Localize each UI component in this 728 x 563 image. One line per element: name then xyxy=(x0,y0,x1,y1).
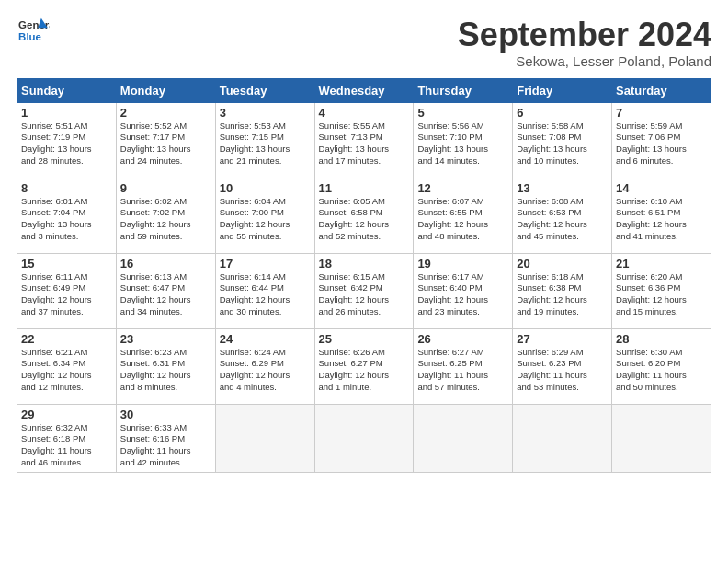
calendar-cell xyxy=(414,404,513,472)
day-number: 9 xyxy=(120,181,211,195)
day-info: Sunrise: 6:29 AM Sunset: 6:23 PM Dayligh… xyxy=(517,347,608,394)
day-info: Sunrise: 6:02 AM Sunset: 7:02 PM Dayligh… xyxy=(120,196,211,243)
calendar-cell: 27Sunrise: 6:29 AM Sunset: 6:23 PM Dayli… xyxy=(513,328,612,404)
calendar-cell: 28Sunrise: 6:30 AM Sunset: 6:20 PM Dayli… xyxy=(612,328,711,404)
day-info: Sunrise: 5:53 AM Sunset: 7:15 PM Dayligh… xyxy=(220,121,311,167)
calendar-cell xyxy=(215,404,314,472)
day-number: 23 xyxy=(120,332,211,346)
day-number: 6 xyxy=(517,106,608,120)
weekday-header: Sunday xyxy=(17,78,117,102)
day-info: Sunrise: 6:24 AM Sunset: 6:29 PM Dayligh… xyxy=(220,347,311,394)
calendar-cell: 12Sunrise: 6:07 AM Sunset: 6:55 PM Dayli… xyxy=(414,178,513,253)
weekday-header: Friday xyxy=(513,78,612,102)
weekday-header: Monday xyxy=(116,78,215,102)
calendar-cell: 9Sunrise: 6:02 AM Sunset: 7:02 PM Daylig… xyxy=(116,178,215,253)
weekday-header: Saturday xyxy=(612,78,711,102)
day-info: Sunrise: 5:56 AM Sunset: 7:10 PM Dayligh… xyxy=(417,121,508,167)
day-number: 20 xyxy=(517,257,608,270)
calendar-cell xyxy=(612,404,711,472)
month-title: September 2024 xyxy=(458,17,711,53)
day-info: Sunrise: 6:04 AM Sunset: 7:00 PM Dayligh… xyxy=(220,196,311,243)
day-info: Sunrise: 6:05 AM Sunset: 6:58 PM Dayligh… xyxy=(319,196,410,243)
day-number: 26 xyxy=(417,332,508,346)
day-info: Sunrise: 6:01 AM Sunset: 7:04 PM Dayligh… xyxy=(21,196,112,243)
day-number: 14 xyxy=(616,181,707,195)
calendar-cell: 19Sunrise: 6:17 AM Sunset: 6:40 PM Dayli… xyxy=(414,253,513,328)
calendar-cell: 25Sunrise: 6:26 AM Sunset: 6:27 PM Dayli… xyxy=(314,328,414,404)
calendar-week-row: 1Sunrise: 5:51 AM Sunset: 7:19 PM Daylig… xyxy=(17,102,711,178)
title-section: September 2024 Sekowa, Lesser Poland, Po… xyxy=(458,17,711,69)
day-info: Sunrise: 6:15 AM Sunset: 6:42 PM Dayligh… xyxy=(319,271,410,318)
day-info: Sunrise: 5:52 AM Sunset: 7:17 PM Dayligh… xyxy=(120,121,211,167)
day-number: 15 xyxy=(21,257,112,270)
day-info: Sunrise: 5:51 AM Sunset: 7:19 PM Dayligh… xyxy=(21,121,112,167)
calendar-cell: 23Sunrise: 6:23 AM Sunset: 6:31 PM Dayli… xyxy=(116,328,215,404)
calendar: SundayMondayTuesdayWednesdayThursdayFrid… xyxy=(17,78,711,473)
day-info: Sunrise: 6:14 AM Sunset: 6:44 PM Dayligh… xyxy=(220,271,311,318)
day-info: Sunrise: 6:26 AM Sunset: 6:27 PM Dayligh… xyxy=(319,347,410,394)
weekday-header: Tuesday xyxy=(215,78,314,102)
day-info: Sunrise: 6:30 AM Sunset: 6:20 PM Dayligh… xyxy=(616,347,707,394)
calendar-cell: 30Sunrise: 6:33 AM Sunset: 6:16 PM Dayli… xyxy=(116,404,215,472)
header: General Blue General Blue September 2024… xyxy=(17,17,711,69)
day-info: Sunrise: 6:23 AM Sunset: 6:31 PM Dayligh… xyxy=(120,347,211,394)
day-info: Sunrise: 6:08 AM Sunset: 6:53 PM Dayligh… xyxy=(517,196,608,243)
weekday-header: Wednesday xyxy=(314,78,414,102)
day-number: 25 xyxy=(319,332,410,346)
day-info: Sunrise: 6:07 AM Sunset: 6:55 PM Dayligh… xyxy=(417,196,508,243)
day-info: Sunrise: 6:10 AM Sunset: 6:51 PM Dayligh… xyxy=(616,196,707,243)
day-number: 30 xyxy=(120,408,211,421)
logo-icon: General Blue xyxy=(17,17,50,44)
calendar-cell: 6Sunrise: 5:58 AM Sunset: 7:08 PM Daylig… xyxy=(513,102,612,178)
calendar-cell: 20Sunrise: 6:18 AM Sunset: 6:38 PM Dayli… xyxy=(513,253,612,328)
day-number: 8 xyxy=(21,181,112,195)
day-number: 12 xyxy=(417,181,508,195)
calendar-cell: 15Sunrise: 6:11 AM Sunset: 6:49 PM Dayli… xyxy=(17,253,117,328)
calendar-cell: 22Sunrise: 6:21 AM Sunset: 6:34 PM Dayli… xyxy=(17,328,117,404)
calendar-cell: 8Sunrise: 6:01 AM Sunset: 7:04 PM Daylig… xyxy=(17,178,117,253)
calendar-cell: 7Sunrise: 5:59 AM Sunset: 7:06 PM Daylig… xyxy=(612,102,711,178)
day-info: Sunrise: 6:20 AM Sunset: 6:36 PM Dayligh… xyxy=(616,271,707,318)
calendar-cell: 11Sunrise: 6:05 AM Sunset: 6:58 PM Dayli… xyxy=(314,178,414,253)
weekday-header-row: SundayMondayTuesdayWednesdayThursdayFrid… xyxy=(17,78,711,102)
calendar-cell: 5Sunrise: 5:56 AM Sunset: 7:10 PM Daylig… xyxy=(414,102,513,178)
calendar-cell: 14Sunrise: 6:10 AM Sunset: 6:51 PM Dayli… xyxy=(612,178,711,253)
calendar-cell: 10Sunrise: 6:04 AM Sunset: 7:00 PM Dayli… xyxy=(215,178,314,253)
calendar-week-row: 8Sunrise: 6:01 AM Sunset: 7:04 PM Daylig… xyxy=(17,178,711,253)
day-number: 17 xyxy=(220,257,311,270)
day-number: 4 xyxy=(319,106,410,120)
location-title: Sekowa, Lesser Poland, Poland xyxy=(458,53,711,69)
day-number: 18 xyxy=(319,257,410,270)
day-info: Sunrise: 5:58 AM Sunset: 7:08 PM Dayligh… xyxy=(517,121,608,167)
day-number: 13 xyxy=(517,181,608,195)
day-info: Sunrise: 6:32 AM Sunset: 6:18 PM Dayligh… xyxy=(21,422,112,469)
day-number: 3 xyxy=(220,106,311,120)
calendar-cell: 2Sunrise: 5:52 AM Sunset: 7:17 PM Daylig… xyxy=(116,102,215,178)
calendar-cell: 29Sunrise: 6:32 AM Sunset: 6:18 PM Dayli… xyxy=(17,404,117,472)
day-number: 27 xyxy=(517,332,608,346)
calendar-week-row: 15Sunrise: 6:11 AM Sunset: 6:49 PM Dayli… xyxy=(17,253,711,328)
svg-text:Blue: Blue xyxy=(18,31,41,42)
calendar-cell: 4Sunrise: 5:55 AM Sunset: 7:13 PM Daylig… xyxy=(314,102,414,178)
calendar-week-row: 29Sunrise: 6:32 AM Sunset: 6:18 PM Dayli… xyxy=(17,404,711,472)
day-number: 2 xyxy=(120,106,211,120)
day-info: Sunrise: 6:27 AM Sunset: 6:25 PM Dayligh… xyxy=(417,347,508,394)
day-number: 7 xyxy=(616,106,707,120)
day-info: Sunrise: 5:55 AM Sunset: 7:13 PM Dayligh… xyxy=(319,121,410,167)
calendar-cell: 3Sunrise: 5:53 AM Sunset: 7:15 PM Daylig… xyxy=(215,102,314,178)
calendar-cell: 16Sunrise: 6:13 AM Sunset: 6:47 PM Dayli… xyxy=(116,253,215,328)
calendar-cell xyxy=(314,404,414,472)
day-number: 10 xyxy=(220,181,311,195)
day-number: 22 xyxy=(21,332,112,346)
calendar-cell xyxy=(513,404,612,472)
calendar-cell: 18Sunrise: 6:15 AM Sunset: 6:42 PM Dayli… xyxy=(314,253,414,328)
day-number: 29 xyxy=(21,408,112,421)
day-number: 21 xyxy=(616,257,707,270)
calendar-week-row: 22Sunrise: 6:21 AM Sunset: 6:34 PM Dayli… xyxy=(17,328,711,404)
day-info: Sunrise: 6:18 AM Sunset: 6:38 PM Dayligh… xyxy=(517,271,608,318)
weekday-header: Thursday xyxy=(414,78,513,102)
logo: General Blue General Blue xyxy=(17,17,50,44)
day-number: 5 xyxy=(417,106,508,120)
calendar-cell: 21Sunrise: 6:20 AM Sunset: 6:36 PM Dayli… xyxy=(612,253,711,328)
calendar-cell: 17Sunrise: 6:14 AM Sunset: 6:44 PM Dayli… xyxy=(215,253,314,328)
